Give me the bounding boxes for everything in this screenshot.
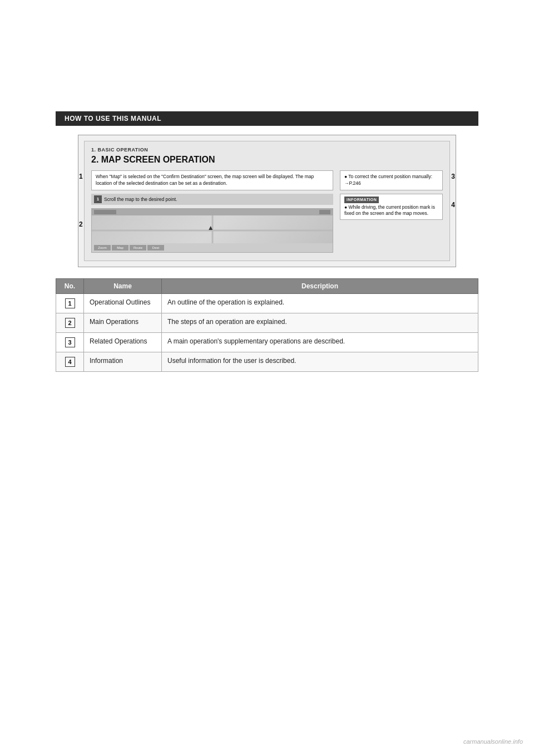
table-cell-desc: The steps of an operation are explained. bbox=[162, 313, 478, 332]
table-cell-name: Main Operations bbox=[84, 313, 162, 332]
map-button-1[interactable]: Zoom bbox=[94, 245, 111, 251]
info-box: INFORMATION ● While driving, the current… bbox=[340, 194, 443, 220]
info-table: No. Name Description 1Operational Outlin… bbox=[56, 278, 478, 372]
col-header-no: No. bbox=[56, 278, 84, 293]
map-placeholder: ▲ Zoom Map Route Dest bbox=[91, 208, 333, 253]
info-label: INFORMATION bbox=[344, 197, 379, 203]
content-area: 1. BASIC OPERATION 2. MAP SCREEN OPERATI… bbox=[56, 126, 478, 392]
table-cell-no: 1 bbox=[56, 293, 84, 313]
map-marker: ▲ bbox=[207, 224, 213, 230]
table-cell-no: 4 bbox=[56, 352, 84, 371]
diagram-inner: 1. BASIC OPERATION 2. MAP SCREEN OPERATI… bbox=[84, 141, 450, 261]
text-box-outline: When "Map" is selected on the "Confirm D… bbox=[91, 170, 333, 190]
section-header-text: HOW TO USE THIS MANUAL bbox=[65, 115, 161, 122]
callout-4-right: 4 bbox=[451, 201, 455, 209]
map-signal-bar bbox=[319, 210, 330, 214]
step-text: Scroll the map to the desired point. bbox=[104, 197, 177, 202]
num-badge: 1 bbox=[65, 298, 75, 308]
map-top-bar bbox=[94, 210, 116, 214]
num-badge: 3 bbox=[65, 337, 75, 347]
watermark: carmanualsonline.info bbox=[463, 738, 523, 745]
section-header: HOW TO USE THIS MANUAL bbox=[56, 111, 478, 126]
diagram-title: 2. MAP SCREEN OPERATION bbox=[91, 155, 443, 165]
num-badge: 2 bbox=[65, 318, 75, 328]
diagram-wrapper: 1. BASIC OPERATION 2. MAP SCREEN OPERATI… bbox=[78, 135, 456, 267]
step-number: 1 bbox=[94, 195, 102, 203]
table-row: 3Related OperationsA main operation's su… bbox=[56, 332, 478, 352]
table-container: No. Name Description 1Operational Outlin… bbox=[56, 278, 478, 372]
map-button-4[interactable]: Dest bbox=[147, 245, 164, 251]
table-row: 1Operational OutlinesAn outline of the o… bbox=[56, 293, 478, 313]
table-cell-name: Operational Outlines bbox=[84, 293, 162, 313]
col-header-desc: Description bbox=[162, 278, 478, 293]
right-text-box-1: ● To correct the current position manual… bbox=[340, 170, 443, 190]
map-inner: ▲ Zoom Map Route Dest bbox=[92, 209, 333, 252]
diagram-container: 1. BASIC OPERATION 2. MAP SCREEN OPERATI… bbox=[78, 135, 456, 267]
info-box-text: ● While driving, the current position ma… bbox=[344, 204, 438, 218]
table-cell-desc: An outline of the operation is explained… bbox=[162, 293, 478, 313]
callout-2-left: 2 bbox=[79, 220, 83, 228]
page: HOW TO USE THIS MANUAL 1. BASIC OPERATIO… bbox=[0, 0, 534, 756]
diagram-section-label: 1. BASIC OPERATION bbox=[91, 147, 443, 153]
table-cell-desc: A main operation's supplementary operati… bbox=[162, 332, 478, 352]
table-cell-no: 3 bbox=[56, 332, 84, 352]
callout-1-left: 1 bbox=[79, 173, 83, 180]
table-cell-name: Information bbox=[84, 352, 162, 371]
table-row: 4InformationUseful information for the u… bbox=[56, 352, 478, 371]
table-cell-no: 2 bbox=[56, 313, 84, 332]
num-badge: 4 bbox=[65, 357, 75, 367]
table-cell-desc: Useful information for the user is descr… bbox=[162, 352, 478, 371]
col-header-name: Name bbox=[84, 278, 162, 293]
table-cell-name: Related Operations bbox=[84, 332, 162, 352]
map-button-2[interactable]: Map bbox=[112, 245, 128, 251]
table-row: 2Main OperationsThe steps of an operatio… bbox=[56, 313, 478, 332]
callout-3-right: 3 bbox=[451, 173, 455, 180]
map-button-3[interactable]: Route bbox=[130, 245, 146, 251]
step-row: 1 Scroll the map to the desired point. bbox=[91, 194, 333, 205]
